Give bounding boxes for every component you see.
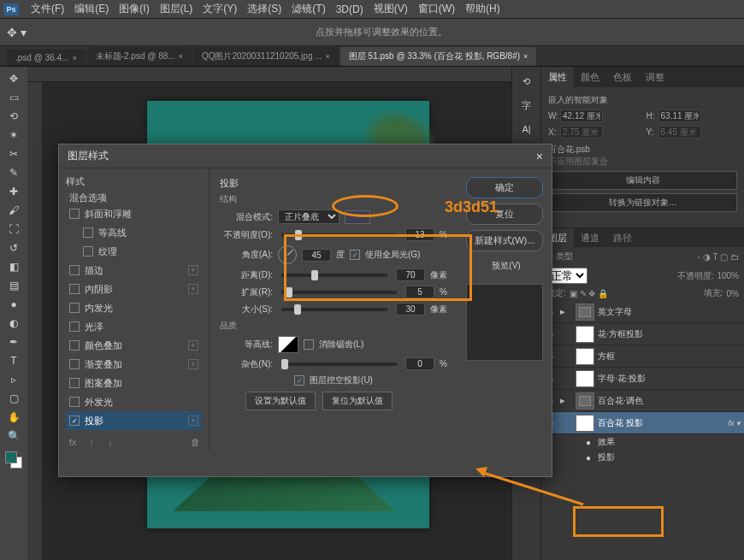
menu-3d[interactable]: 3D(D) (331, 3, 369, 15)
trash-icon[interactable]: 🗑 (188, 435, 202, 449)
eyedropper-tool[interactable]: ✎ (3, 164, 24, 181)
menu-file[interactable]: 文件(F) (26, 2, 69, 16)
arrow-up-icon[interactable]: ↑ (85, 435, 98, 449)
layer-row[interactable]: ●▸百合花·调色 (541, 390, 744, 412)
chevron-icon[interactable]: ▸ (560, 306, 572, 317)
paragraph-icon[interactable]: A| (518, 121, 535, 137)
pen-tool[interactable]: ✒ (3, 333, 24, 351)
visibility-icon[interactable]: ● (582, 438, 594, 447)
angle-input[interactable] (302, 249, 331, 262)
chevron-icon[interactable]: ▸ (560, 395, 572, 406)
noise-slider[interactable] (281, 363, 397, 366)
convert-linked-button[interactable]: 转换为链接对象... (548, 193, 737, 212)
dialog-titlebar[interactable]: 图层样式 × (59, 144, 552, 168)
checkbox-icon[interactable] (69, 378, 80, 388)
distance-slider[interactable] (281, 274, 387, 277)
history-brush-tool[interactable]: ↺ (3, 239, 24, 256)
brush-tool[interactable]: 🖌 (3, 202, 24, 219)
style-option[interactable]: 颜色叠加+ (66, 336, 202, 355)
style-option[interactable]: 外发光 (66, 392, 202, 411)
new-style-button[interactable]: 新建样式(W)... (466, 230, 543, 251)
close-icon[interactable]: × (536, 150, 543, 163)
stamp-tool[interactable]: ⛶ (3, 221, 24, 238)
tab-paths[interactable]: 路径 (606, 228, 639, 247)
menu-layer[interactable]: 图层(L) (155, 2, 198, 16)
doc-tab-0[interactable]: .psd @ 36.4...× (7, 50, 86, 66)
move-tool[interactable]: ✥ (3, 70, 24, 87)
crop-tool[interactable]: ✂ (3, 145, 24, 162)
layer-row[interactable]: ●花·方框投影 (541, 323, 744, 345)
knockout-checkbox[interactable] (294, 375, 304, 386)
tab-adjustments[interactable]: 调整 (639, 67, 671, 87)
plus-icon[interactable]: + (188, 359, 198, 369)
style-option[interactable]: ✓投影+ (66, 411, 202, 430)
gradient-tool[interactable]: ▤ (3, 277, 24, 294)
close-icon[interactable]: × (326, 52, 330, 61)
tab-channels[interactable]: 通道 (574, 228, 606, 247)
checkbox-icon[interactable] (69, 340, 80, 351)
zoom-tool[interactable]: 🔍 (3, 427, 24, 445)
blend-mode-select[interactable]: 正片叠底 (278, 209, 340, 224)
distance-input[interactable] (396, 268, 425, 281)
close-icon[interactable]: × (523, 52, 528, 61)
fx-icon[interactable]: fx (66, 435, 80, 449)
menu-window[interactable]: 窗口(W) (413, 2, 460, 16)
color-swatch[interactable] (5, 451, 22, 469)
plus-icon[interactable]: + (188, 340, 198, 351)
layer-row[interactable]: ●方框 (541, 345, 744, 368)
char-icon[interactable]: 字 (518, 97, 535, 113)
wand-tool[interactable]: ✶ (3, 127, 24, 144)
reset-default-button[interactable]: 复位为默认值 (322, 392, 393, 410)
checkbox-icon[interactable] (69, 209, 80, 219)
style-option[interactable]: 描边+ (66, 261, 202, 280)
checkbox-icon[interactable] (69, 321, 80, 332)
style-option[interactable]: 内阴影+ (66, 280, 202, 298)
menu-type[interactable]: 文字(Y) (198, 2, 242, 16)
style-option[interactable]: 图案叠加 (66, 374, 202, 392)
layer-row[interactable]: ●▸英文字母 (541, 301, 744, 323)
edit-contents-button[interactable]: 编辑内容 (548, 171, 737, 190)
tab-color[interactable]: 颜色 (574, 67, 606, 87)
global-light-checkbox[interactable] (350, 250, 360, 260)
menu-select[interactable]: 选择(S) (242, 2, 286, 16)
marquee-tool[interactable]: ▭ (3, 89, 24, 106)
style-option[interactable]: 渐变叠加+ (66, 355, 202, 374)
style-option[interactable]: 内发光 (66, 298, 202, 317)
checkbox-icon[interactable] (83, 246, 93, 256)
close-icon[interactable]: × (72, 54, 76, 62)
shape-tool[interactable]: ▢ (3, 390, 24, 407)
checkbox-icon[interactable] (69, 359, 80, 369)
checkbox-icon[interactable] (83, 227, 93, 238)
layer-row[interactable]: ●字母·花·投影 (541, 368, 744, 390)
menu-help[interactable]: 帮助(H) (460, 2, 505, 16)
menu-view[interactable]: 视图(V) (369, 2, 413, 16)
checkbox-icon[interactable] (69, 265, 80, 275)
type-tool[interactable]: T (3, 352, 24, 369)
contour-picker[interactable] (278, 336, 298, 353)
height-field[interactable] (658, 109, 701, 122)
spread-input[interactable] (405, 286, 434, 298)
fx-badge[interactable]: fx ▾ (728, 419, 741, 427)
opacity-input[interactable] (405, 228, 434, 241)
history-icon[interactable]: ⟲ (518, 74, 535, 89)
ok-button[interactable]: 确定 (466, 177, 543, 198)
style-option[interactable]: 等高线 (66, 223, 202, 242)
arrow-down-icon[interactable]: ↓ (103, 435, 117, 449)
plus-icon[interactable]: + (188, 416, 198, 426)
noise-input[interactable] (405, 357, 434, 370)
checkbox-icon[interactable] (69, 397, 80, 407)
plus-icon[interactable]: + (188, 284, 198, 294)
dodge-tool[interactable]: ◐ (3, 315, 24, 332)
blending-options[interactable]: 混合选项 (66, 192, 202, 204)
eraser-tool[interactable]: ◧ (3, 258, 24, 275)
checkbox-icon[interactable]: ✓ (69, 416, 80, 426)
tab-swatches[interactable]: 色板 (606, 67, 639, 87)
angle-dial[interactable] (278, 245, 297, 264)
checkbox-icon[interactable] (69, 303, 80, 313)
spread-slider[interactable] (281, 291, 397, 294)
hand-tool[interactable]: ✋ (3, 409, 24, 426)
set-default-button[interactable]: 设置为默认值 (245, 392, 316, 410)
size-slider[interactable] (281, 308, 387, 311)
shadow-color[interactable] (345, 210, 370, 224)
plus-icon[interactable]: + (188, 265, 198, 275)
